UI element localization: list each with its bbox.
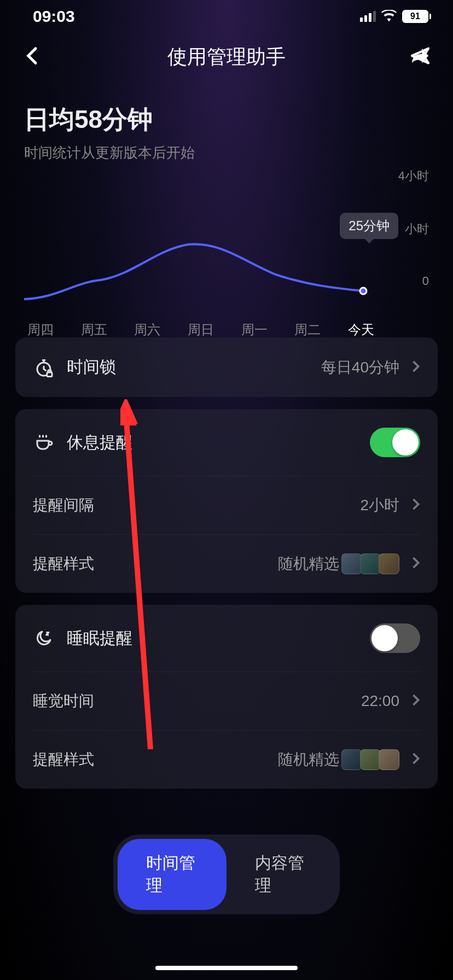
sleep-style-label: 提醒样式 — [33, 749, 266, 770]
wifi-icon — [381, 7, 397, 26]
timelock-label: 时间锁 — [67, 356, 309, 378]
sleep-reminder-toggle[interactable] — [370, 623, 420, 653]
signal-icon — [360, 11, 376, 22]
timelock-row[interactable]: 时间锁 每日40分钟 — [33, 337, 420, 397]
chart-x-axis: 周四 周五 周六 周日 周一 周二 今天 — [24, 321, 374, 339]
moon-icon — [33, 628, 55, 648]
rest-reminder-card: 休息提醒 提醒间隔 2小时 提醒样式 随机精选 — [15, 409, 438, 593]
rest-interval-row[interactable]: 提醒间隔 2小时 — [33, 476, 420, 534]
rest-style-row[interactable]: 提醒样式 随机精选 — [33, 534, 420, 593]
sleep-style-thumbs — [344, 749, 399, 770]
sleep-style-row[interactable]: 提醒样式 随机精选 — [33, 730, 420, 789]
timelock-value: 每日40分钟 — [321, 357, 399, 378]
rest-interval-value: 2小时 — [360, 495, 399, 516]
rest-reminder-label: 休息提醒 — [67, 431, 358, 454]
battery-level: 91 — [402, 10, 428, 23]
sleep-reminder-label: 睡眠提醒 — [67, 627, 358, 650]
timelock-card: 时间锁 每日40分钟 — [15, 337, 438, 397]
share-button[interactable] — [409, 45, 431, 69]
sleep-reminder-card: 睡眠提醒 睡觉时间 22:00 提醒样式 随机精选 — [15, 605, 438, 789]
chart-line — [24, 190, 374, 310]
chevron-right-icon — [411, 752, 420, 767]
chevron-right-icon — [411, 693, 420, 709]
rest-style-label: 提醒样式 — [33, 553, 266, 574]
tab-content-management[interactable]: 内容管理 — [226, 839, 335, 910]
sleep-time-row[interactable]: 睡觉时间 22:00 — [33, 672, 420, 730]
summary-subtitle: 时间统计从更新版本后开始 — [24, 143, 429, 162]
chevron-right-icon — [411, 556, 420, 571]
sleep-style-value: 随机精选 — [278, 749, 339, 770]
chart-tooltip: 25分钟 — [340, 213, 398, 239]
tab-time-management[interactable]: 时间管理 — [118, 839, 226, 910]
status-indicators: 91 — [360, 7, 431, 26]
usage-chart: 4小时 小时 0 25分钟 周四 周五 周六 周日 周一 周二 今天 — [0, 168, 453, 321]
summary: 日均58分钟 时间统计从更新版本后开始 — [0, 81, 453, 168]
rest-reminder-toggle[interactable] — [370, 428, 420, 457]
bottom-tabs: 时间管理 内容管理 — [113, 835, 340, 914]
cup-icon — [33, 433, 55, 452]
chart-y-labels: 4小时 小时 0 — [398, 168, 429, 288]
rest-reminder-row: 休息提醒 — [33, 409, 420, 476]
chevron-right-icon — [411, 498, 420, 513]
status-bar: 09:03 91 — [0, 0, 453, 33]
rest-interval-label: 提醒间隔 — [33, 495, 348, 516]
summary-title: 日均58分钟 — [24, 103, 429, 137]
back-button[interactable] — [22, 45, 44, 69]
status-time: 09:03 — [33, 7, 75, 26]
svg-rect-2 — [47, 372, 52, 377]
nav-bar: 使用管理助手 — [0, 33, 453, 81]
sleep-reminder-row: 睡眠提醒 — [33, 605, 420, 672]
rest-style-thumbs — [344, 553, 399, 574]
rest-style-value: 随机精选 — [278, 553, 339, 574]
sleep-time-value: 22:00 — [361, 692, 399, 710]
page-title: 使用管理助手 — [167, 44, 286, 71]
sleep-time-label: 睡觉时间 — [33, 691, 349, 711]
battery-icon: 91 — [402, 10, 431, 23]
home-indicator[interactable] — [155, 966, 298, 970]
chevron-right-icon — [411, 360, 420, 375]
svg-point-0 — [360, 288, 367, 294]
timelock-icon — [33, 358, 55, 377]
